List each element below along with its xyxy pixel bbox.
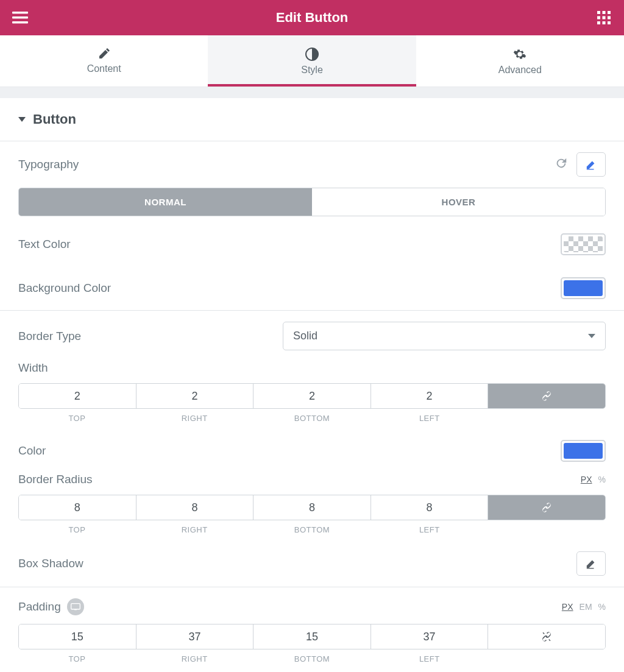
- radius-bottom-input[interactable]: [254, 495, 370, 520]
- padding-label: Padding: [18, 600, 61, 614]
- width-bottom-sublabel: BOTTOM: [254, 414, 371, 423]
- border-color-picker[interactable]: [561, 440, 606, 462]
- link-icon: [541, 391, 552, 401]
- radius-unit-px[interactable]: PX: [581, 475, 592, 484]
- section-toggle-button[interactable]: Button: [0, 98, 624, 141]
- caret-down-icon: [18, 117, 26, 122]
- box-shadow-edit-button[interactable]: [576, 551, 606, 576]
- width-inputs: [18, 383, 606, 409]
- radius-bottom-sublabel: BOTTOM: [254, 525, 371, 534]
- typography-label: Typography: [18, 158, 79, 171]
- width-left-sublabel: LEFT: [370, 414, 488, 423]
- svg-rect-10: [603, 21, 606, 24]
- padding-right-input[interactable]: [136, 624, 254, 649]
- radius-inputs: [18, 495, 606, 520]
- tabs-divider: [0, 87, 624, 98]
- page-title: Edit Button: [29, 10, 595, 26]
- padding-group: Padding PX EM % TOP RIGHT BOTTOM LEFT .: [0, 587, 624, 670]
- border-color-row: Color: [0, 429, 624, 473]
- tab-advanced[interactable]: Advanced: [416, 35, 624, 87]
- bg-color-label: Background Color: [18, 281, 111, 295]
- contrast-icon: [208, 48, 416, 61]
- state-tab-hover[interactable]: HOVER: [312, 188, 605, 216]
- text-color-picker[interactable]: [561, 233, 606, 255]
- width-group: Width TOP RIGHT BOTTOM LEFT .: [0, 361, 624, 429]
- box-shadow-label: Box Shadow: [18, 557, 83, 570]
- svg-rect-15: [71, 604, 80, 609]
- padding-unit-px[interactable]: PX: [562, 602, 573, 612]
- svg-rect-2: [12, 21, 28, 24]
- bg-color-picker[interactable]: [561, 277, 606, 299]
- width-left-input[interactable]: [371, 384, 488, 408]
- padding-bottom-sublabel: BOTTOM: [254, 654, 371, 663]
- radius-group: Border Radius PX % TOP RIGHT BOTTOM LEFT…: [0, 473, 624, 540]
- radius-label: Border Radius: [18, 473, 92, 486]
- radius-top-input[interactable]: [19, 495, 136, 520]
- panel-tabs: Content Style Advanced: [0, 35, 624, 87]
- border-type-value: Solid: [293, 330, 317, 342]
- border-type-label: Border Type: [18, 330, 81, 343]
- width-top-input[interactable]: [19, 384, 136, 408]
- checker-swatch-icon: [564, 236, 603, 252]
- border-type-row: Border Type Solid: [0, 311, 624, 361]
- width-bottom-input[interactable]: [254, 384, 370, 408]
- padding-top-sublabel: TOP: [18, 654, 136, 663]
- menu-icon[interactable]: [11, 9, 29, 27]
- padding-unit-pct[interactable]: %: [598, 602, 606, 612]
- svg-rect-6: [597, 16, 600, 19]
- typography-row: Typography: [0, 141, 624, 188]
- section-title: Button: [33, 111, 76, 127]
- link-icon: [541, 502, 552, 513]
- width-right-sublabel: RIGHT: [136, 414, 254, 423]
- tab-advanced-label: Advanced: [416, 65, 624, 76]
- radius-link-toggle[interactable]: [488, 495, 605, 520]
- svg-line-18: [549, 640, 550, 641]
- padding-unit-em[interactable]: EM: [580, 602, 592, 612]
- padding-inputs: [18, 624, 606, 649]
- responsive-icon[interactable]: [67, 598, 84, 615]
- padding-link-toggle[interactable]: [488, 624, 605, 649]
- border-type-select[interactable]: Solid: [283, 322, 606, 350]
- width-link-toggle[interactable]: [488, 384, 605, 408]
- svg-rect-16: [74, 609, 77, 610]
- gear-icon: [416, 48, 624, 61]
- tab-content[interactable]: Content: [0, 35, 208, 87]
- radius-right-sublabel: RIGHT: [136, 525, 254, 534]
- svg-rect-5: [608, 11, 611, 14]
- radius-right-input[interactable]: [136, 495, 254, 520]
- widgets-grid-icon[interactable]: [595, 9, 613, 27]
- padding-bottom-input[interactable]: [254, 624, 370, 649]
- unlink-icon: [541, 631, 552, 642]
- padding-right-sublabel: RIGHT: [136, 654, 254, 663]
- svg-rect-11: [608, 21, 611, 24]
- tab-style-label: Style: [208, 65, 416, 76]
- svg-rect-9: [597, 21, 600, 24]
- radius-units: PX %: [581, 475, 606, 484]
- pencil-icon: [0, 48, 208, 60]
- width-top-sublabel: TOP: [18, 414, 136, 423]
- svg-rect-14: [587, 568, 594, 568]
- color-swatch-icon: [564, 280, 603, 296]
- svg-rect-1: [12, 16, 28, 19]
- tab-style[interactable]: Style: [208, 35, 416, 87]
- bg-color-row: Background Color: [0, 266, 624, 310]
- radius-top-sublabel: TOP: [18, 525, 136, 534]
- width-label: Width: [18, 361, 48, 375]
- radius-left-input[interactable]: [371, 495, 488, 520]
- padding-top-input[interactable]: [19, 624, 136, 649]
- radius-left-sublabel: LEFT: [370, 525, 488, 534]
- color-swatch-icon: [564, 443, 603, 459]
- svg-rect-0: [12, 12, 28, 14]
- padding-left-input[interactable]: [371, 624, 488, 649]
- state-tabs: NORMAL HOVER: [18, 188, 606, 216]
- svg-rect-4: [603, 11, 606, 14]
- width-right-input[interactable]: [136, 384, 254, 408]
- state-tab-normal[interactable]: NORMAL: [19, 188, 312, 216]
- radius-unit-pct[interactable]: %: [598, 475, 606, 484]
- typography-edit-button[interactable]: [576, 152, 606, 177]
- padding-left-sublabel: LEFT: [370, 654, 488, 663]
- editor-header: Edit Button: [0, 0, 624, 35]
- reset-icon[interactable]: [555, 157, 568, 172]
- svg-rect-7: [603, 16, 606, 19]
- tab-content-label: Content: [0, 63, 208, 74]
